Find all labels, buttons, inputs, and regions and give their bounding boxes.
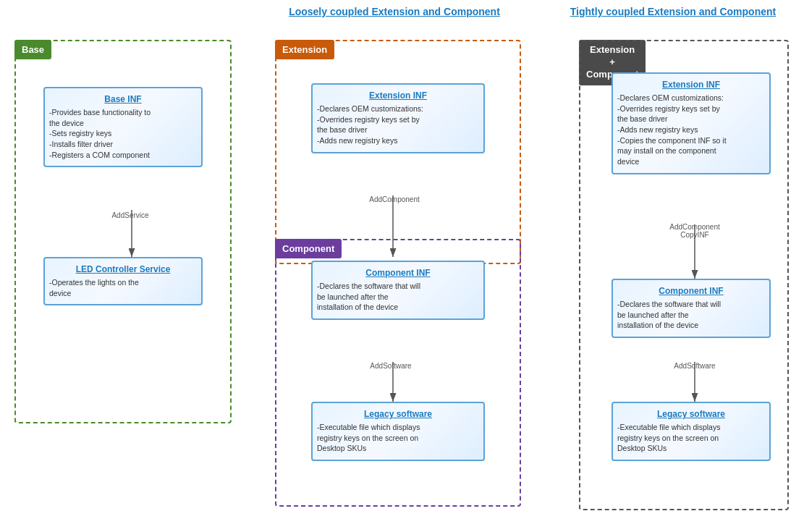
loosely-coupled-title: Loosely coupled Extension and Component — [261, 6, 528, 17]
base-inf-box: Base INF -Provides base functionality to… — [43, 87, 203, 167]
middle-legacy-content: -Executable file which displaysregistry … — [317, 422, 479, 454]
right-comp-inf-content: -Declares the software that willbe launc… — [617, 299, 765, 331]
diagram-container: Base Base INF -Provides base functionali… — [0, 0, 804, 532]
middle-add-software-label: AddSoftware — [344, 362, 438, 370]
right-ext-inf-title: Extension INF — [617, 80, 765, 90]
right-component-inf-box: Component INF -Declares the software tha… — [612, 279, 771, 338]
right-ext-inf-content: -Declares OEM customizations:-Overrides … — [617, 93, 765, 167]
middle-component-inf-box: Component INF -Declares the software tha… — [311, 261, 485, 320]
middle-comp-inf-title: Component INF — [317, 268, 479, 278]
base-inf-content: -Provides base functionality tothe devic… — [49, 107, 197, 160]
middle-ext-inf-content: -Declares OEM customizations:-Overrides … — [317, 104, 479, 146]
middle-legacy-box: Legacy software -Executable file which d… — [311, 402, 485, 461]
middle-add-component-label: AddComponent — [340, 195, 449, 203]
middle-extension-inf-box: Extension INF -Declares OEM customizatio… — [311, 83, 485, 153]
led-controller-box: LED Controller Service -Operates the lig… — [43, 257, 203, 305]
led-controller-title: LED Controller Service — [49, 264, 197, 274]
right-comp-inf-title: Component INF — [617, 286, 765, 296]
right-legacy-title: Legacy software — [617, 409, 765, 419]
right-legacy-box: Legacy software -Executable file which d… — [612, 402, 771, 461]
right-extension-inf-box: Extension INF -Declares OEM customizatio… — [612, 72, 771, 174]
middle-ext-inf-title: Extension INF — [317, 90, 479, 101]
add-service-label: AddService — [87, 211, 174, 219]
right-add-component-label: AddComponentCopyINF — [648, 223, 742, 239]
right-legacy-content: -Executable file which displaysregistry … — [617, 422, 765, 454]
right-add-software-label: AddSoftware — [651, 362, 738, 370]
middle-comp-inf-content: -Declares the software that willbe launc… — [317, 281, 479, 313]
base-inf-title: Base INF — [49, 94, 197, 104]
led-controller-content: -Operates the lights on thedevice — [49, 277, 197, 298]
tightly-coupled-title: Tightly coupled Extension and Component — [550, 6, 796, 17]
middle-legacy-title: Legacy software — [317, 409, 479, 419]
